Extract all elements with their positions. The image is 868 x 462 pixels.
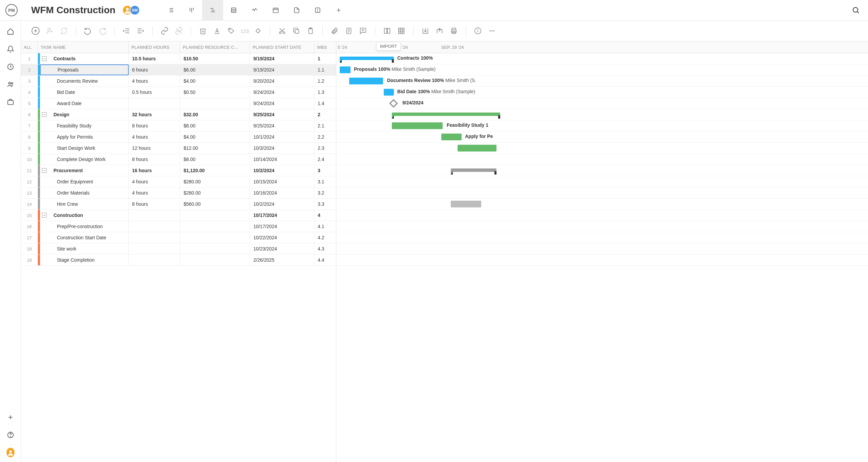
hours-cell[interactable] <box>129 210 180 221</box>
col-planned-start[interactable]: PLANNED START DATE <box>250 41 314 53</box>
task-row[interactable]: 3Documents Review4 hours$4.009/20/20241.… <box>21 76 336 87</box>
task-name-cell[interactable]: Bid Date <box>40 87 129 98</box>
paste-icon[interactable] <box>304 24 317 37</box>
wbs-cell[interactable]: 1 <box>314 53 336 64</box>
date-cell[interactable]: 10/23/2024 <box>250 243 314 254</box>
wbs-cell[interactable]: 2 <box>314 109 336 120</box>
hours-cell[interactable] <box>129 221 180 232</box>
hours-cell[interactable] <box>129 243 180 254</box>
wbs-cell[interactable]: 3 <box>314 165 336 176</box>
gantt-bar[interactable] <box>340 66 351 73</box>
outdent-icon[interactable] <box>120 24 133 37</box>
hours-cell[interactable] <box>129 255 180 265</box>
hours-cell[interactable]: 4 hours <box>129 76 180 86</box>
refresh-icon[interactable] <box>58 24 70 37</box>
task-name-cell[interactable]: Complete Design Work <box>40 154 129 165</box>
wbs-cell[interactable]: 1.1 <box>314 64 336 75</box>
task-row[interactable]: 10Complete Design Work8 hours$8.0010/14/… <box>21 154 336 165</box>
gantt-bar[interactable] <box>392 113 500 116</box>
gantt-bar[interactable] <box>340 57 394 60</box>
row-number[interactable]: 13 <box>21 187 38 198</box>
hours-cell[interactable]: 16 hours <box>129 165 180 176</box>
nav-add-icon[interactable] <box>6 413 15 421</box>
link-icon[interactable] <box>158 24 171 37</box>
task-row[interactable]: 13Order Materials4 hours$280.0010/16/202… <box>21 187 336 199</box>
task-row[interactable]: 9Start Design Work12 hours$12.0010/3/202… <box>21 143 336 154</box>
task-name-cell[interactable]: Prep/Pre-construction <box>40 221 129 232</box>
view-sheet[interactable] <box>223 0 244 21</box>
row-number[interactable]: 2 <box>21 64 38 75</box>
gantt-bar[interactable] <box>349 78 383 84</box>
task-row[interactable]: 17Construction Start Date10/22/20244.2 <box>21 232 336 243</box>
hours-cell[interactable]: 4 hours <box>129 176 180 187</box>
date-cell[interactable]: 10/1/2024 <box>250 132 314 142</box>
gantt-bar[interactable] <box>392 122 443 129</box>
wbs-cell[interactable]: 2.3 <box>314 143 336 154</box>
hours-cell[interactable]: 4 hours <box>129 132 180 142</box>
task-row[interactable]: 15−Construction10/17/20244 <box>21 210 336 221</box>
date-cell[interactable]: 10/22/2024 <box>250 232 314 243</box>
wbs-cell[interactable]: 2.1 <box>314 120 336 131</box>
task-name-cell[interactable]: Award Date <box>40 98 129 109</box>
row-number[interactable]: 4 <box>21 87 38 98</box>
row-number[interactable]: 16 <box>21 221 38 232</box>
cost-cell[interactable]: $32.00 <box>180 109 250 120</box>
wbs-cell[interactable]: 2.2 <box>314 132 336 142</box>
cost-cell[interactable]: $1,120.00 <box>180 165 250 176</box>
collapse-toggle[interactable]: − <box>42 213 47 218</box>
task-name-cell[interactable]: Start Design Work <box>40 143 129 154</box>
task-name-cell[interactable]: −Procurement <box>40 165 129 176</box>
row-number[interactable]: 15 <box>21 210 38 221</box>
col-planned-hours[interactable]: PLANNED HOURS <box>129 41 180 53</box>
wbs-cell[interactable]: 1.2 <box>314 76 336 86</box>
wbs-cell[interactable]: 3.1 <box>314 176 336 187</box>
undo-icon[interactable] <box>82 24 94 37</box>
wbs-cell[interactable]: 4.1 <box>314 221 336 232</box>
wbs-cell[interactable]: 4.4 <box>314 255 336 265</box>
view-calendar[interactable] <box>265 0 286 21</box>
cost-cell[interactable]: $560.00 <box>180 199 250 209</box>
cost-cell[interactable]: $280.00 <box>180 187 250 198</box>
grid-icon[interactable] <box>395 24 408 37</box>
info-icon[interactable] <box>471 24 484 37</box>
tag-icon[interactable] <box>225 24 238 37</box>
row-number[interactable]: 11 <box>21 165 38 176</box>
cost-cell[interactable]: $8.00 <box>180 154 250 165</box>
hours-cell[interactable] <box>129 98 180 109</box>
row-number[interactable]: 10 <box>21 154 38 165</box>
comment-icon[interactable] <box>357 24 369 37</box>
hours-cell[interactable]: 32 hours <box>129 109 180 120</box>
cost-cell[interactable]: $8.00 <box>180 120 250 131</box>
task-name-cell[interactable]: Documents Review <box>40 76 129 86</box>
task-name-cell[interactable]: Stage Completion <box>40 255 129 265</box>
hours-cell[interactable]: 6 hours <box>129 64 180 75</box>
date-cell[interactable]: 10/17/2024 <box>250 210 314 221</box>
task-row[interactable]: 4Bid Date0.5 hours$0.509/24/20241.3 <box>21 87 336 98</box>
add-task-icon[interactable] <box>29 24 42 37</box>
task-row[interactable]: 19Stage Completion2/26/20254.4 <box>21 255 336 266</box>
task-row[interactable]: 12Order Equipment4 hours$280.0010/15/202… <box>21 176 336 187</box>
col-all[interactable]: ALL <box>21 41 38 53</box>
view-gantt[interactable] <box>202 0 223 21</box>
date-cell[interactable]: 9/24/2024 <box>250 98 314 109</box>
wbs-cell[interactable]: 1.4 <box>314 98 336 109</box>
nav-time-icon[interactable] <box>6 63 15 71</box>
cost-cell[interactable] <box>180 221 250 232</box>
nav-help-icon[interactable] <box>6 431 15 439</box>
nav-home-icon[interactable] <box>6 27 15 36</box>
export-icon[interactable] <box>433 24 446 37</box>
copy-icon[interactable] <box>290 24 303 37</box>
cost-cell[interactable]: $10.50 <box>180 53 250 64</box>
row-number[interactable]: 1 <box>21 53 38 64</box>
task-name-cell[interactable]: Order Materials <box>40 187 129 198</box>
collapse-toggle[interactable]: − <box>42 112 47 117</box>
hours-cell[interactable]: 8 hours <box>129 154 180 165</box>
nav-profile-avatar[interactable] <box>6 448 15 457</box>
hours-cell[interactable]: 12 hours <box>129 143 180 154</box>
task-name-cell[interactable]: Hire Crew <box>40 199 129 209</box>
hours-cell[interactable]: 8 hours <box>129 120 180 131</box>
date-cell[interactable]: 10/2/2024 <box>250 199 314 209</box>
task-row[interactable]: 6−Design32 hours$32.009/25/20242 <box>21 109 336 120</box>
row-number[interactable]: 5 <box>21 98 38 109</box>
row-number[interactable]: 14 <box>21 199 38 209</box>
